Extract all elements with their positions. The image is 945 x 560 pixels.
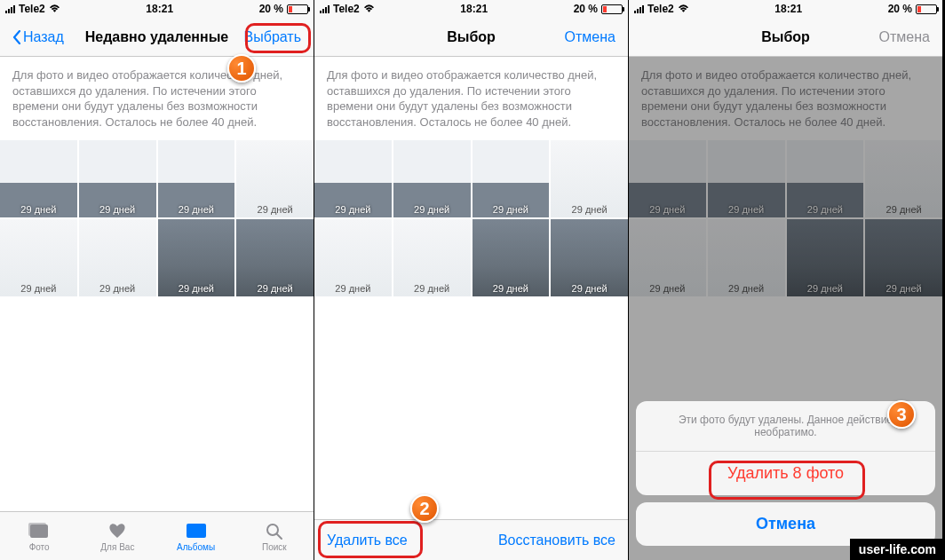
cancel-button[interactable]: Отмена (560, 26, 621, 49)
photo-thumb[interactable]: 29 дней (158, 219, 235, 296)
chevron-left-icon (12, 30, 21, 44)
screen-action-sheet: Tele2 18:21 20 % Выбор Отмена Для фото и… (629, 0, 943, 560)
signal-icon (634, 5, 644, 13)
photo-thumb[interactable]: 29 дней (708, 219, 785, 296)
battery-icon (916, 4, 937, 14)
info-text: Для фото и видео отображается количество… (0, 57, 314, 140)
photo-thumb[interactable]: 29 дней (236, 140, 314, 217)
status-bar: Tele2 18:21 20 % (629, 0, 942, 18)
info-text: Для фото и видео отображается количество… (314, 57, 628, 140)
status-time: 18:21 (774, 3, 802, 15)
photo-thumb[interactable]: 29 дней (314, 140, 392, 217)
info-text: Для фото и видео отображается количество… (629, 57, 942, 140)
signal-icon (5, 5, 15, 13)
photo-thumb[interactable]: 29 дней (314, 219, 392, 296)
bottom-toolbar: Удалить все Восстановить все (314, 519, 628, 560)
status-bar: Tele2 18:21 20 % (314, 0, 628, 18)
photo-thumb[interactable]: 29 дней (79, 140, 156, 217)
photo-thumb[interactable]: 29 дней (236, 219, 314, 296)
photo-thumb[interactable]: 29 дней (865, 219, 942, 296)
watermark: user-life.com (850, 539, 945, 560)
svg-point-3 (267, 525, 278, 535)
photo-thumb[interactable]: 29 дней (865, 140, 942, 217)
tab-foryou[interactable]: Для Вас (78, 512, 156, 560)
battery-icon (601, 4, 623, 14)
photo-grid: 29 дней 29 дней 29 дней 29 дней 29 дней … (0, 140, 314, 296)
tab-label: Фото (29, 542, 50, 552)
callout-badge-2: 2 (410, 494, 439, 523)
tab-search[interactable]: Поиск (235, 512, 314, 560)
wifi-icon (363, 4, 375, 13)
battery-pct: 20 % (888, 3, 912, 15)
carrier-label: Tele2 (19, 3, 45, 15)
photo-thumb[interactable]: 29 дней (629, 140, 706, 217)
photo-thumb[interactable]: 29 дней (393, 219, 471, 296)
tab-bar: Фото Для Вас Альбомы Поиск (0, 511, 314, 560)
delete-photos-button[interactable]: Удалить 8 фото (636, 452, 935, 495)
wifi-icon (49, 4, 60, 13)
status-bar: Tele2 18:21 20 % (0, 0, 314, 18)
nav-bar: Назад Недавно удаленные Выбрать (0, 18, 314, 57)
photo-thumb[interactable]: 29 дней (79, 219, 156, 296)
battery-icon (287, 4, 308, 14)
photo-grid: 29 дней 29 дней 29 дней 29 дней 29 дней … (629, 140, 942, 296)
screen-recently-deleted: Tele2 18:21 20 % Назад Недавно удаленные… (0, 0, 314, 560)
tab-label: Поиск (262, 542, 287, 552)
tab-label: Альбомы (177, 542, 215, 552)
nav-bar: Выбор Отмена (314, 18, 628, 57)
status-time: 18:21 (460, 3, 488, 15)
photo-thumb[interactable]: 29 дней (0, 219, 77, 296)
select-button[interactable]: Выбрать (239, 26, 306, 49)
photos-icon (28, 521, 51, 540)
photo-grid: 29 дней 29 дней 29 дней 29 дней 29 дней … (314, 140, 628, 296)
photo-thumb[interactable]: 29 дней (787, 219, 864, 296)
photo-thumb[interactable]: 29 дней (472, 140, 550, 217)
photo-thumb[interactable]: 29 дней (551, 140, 628, 217)
photo-thumb[interactable]: 29 дней (0, 140, 77, 217)
photo-thumb[interactable]: 29 дней (472, 219, 550, 296)
signal-icon (320, 5, 330, 13)
carrier-label: Tele2 (333, 3, 360, 15)
svg-line-4 (277, 534, 282, 539)
photo-thumb[interactable]: 29 дней (708, 140, 785, 217)
cancel-button[interactable]: Отмена (874, 26, 935, 49)
tab-label: Для Вас (100, 542, 134, 552)
callout-badge-3: 3 (887, 400, 916, 429)
delete-all-button[interactable]: Удалить все (327, 532, 408, 548)
photo-thumb[interactable]: 29 дней (158, 140, 235, 217)
callout-badge-1: 1 (227, 54, 256, 83)
back-label: Назад (23, 29, 64, 45)
restore-all-button[interactable]: Восстановить все (498, 532, 615, 548)
nav-bar: Выбор Отмена (629, 18, 942, 57)
status-time: 18:21 (146, 3, 173, 15)
screen-selection: Tele2 18:21 20 % Выбор Отмена Для фото и… (314, 0, 629, 560)
svg-rect-2 (187, 524, 206, 538)
carrier-label: Tele2 (647, 3, 674, 15)
battery-pct: 20 % (574, 3, 598, 15)
search-icon (263, 521, 286, 540)
wifi-icon (678, 4, 689, 13)
photo-thumb[interactable]: 29 дней (787, 140, 864, 217)
tab-photos[interactable]: Фото (0, 512, 78, 560)
photo-thumb[interactable]: 29 дней (393, 140, 471, 217)
photo-thumb[interactable]: 29 дней (551, 219, 628, 296)
svg-rect-1 (28, 523, 46, 536)
albums-icon (185, 521, 208, 540)
foryou-icon (106, 521, 129, 540)
battery-pct: 20 % (259, 3, 283, 15)
photo-thumb[interactable]: 29 дней (629, 219, 706, 296)
tab-albums[interactable]: Альбомы (157, 512, 235, 560)
back-button[interactable]: Назад (7, 26, 69, 49)
